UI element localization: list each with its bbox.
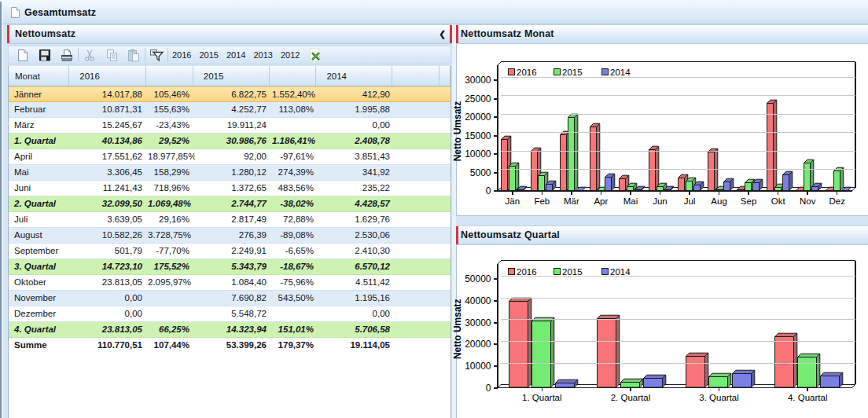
category-label: Sep	[741, 196, 756, 206]
column-header-2016[interactable]: 2016	[69, 66, 146, 86]
save-icon	[39, 49, 51, 62]
bar-2016-1. Quartal	[509, 302, 528, 388]
table-row-Februar[interactable]: Februar10.871,31155,63%4.252,77113,08%1.…	[9, 102, 451, 118]
table-row-Summe[interactable]: Summe110.770,51107,44%53.399,26179,37%19…	[9, 338, 451, 354]
column-header-col4[interactable]	[270, 66, 317, 86]
excel-export-icon	[308, 48, 322, 62]
bar-2015-Mär	[568, 118, 575, 191]
bar-2015-Dez	[834, 171, 840, 191]
value-cell: 40.134,86	[70, 134, 148, 148]
print-icon	[60, 49, 74, 62]
value-cell: 3.728,75%	[148, 228, 195, 243]
bar-2015-Mai	[627, 187, 634, 191]
quartal-chart-body: 010000200003000040000500001. Quartal2. Q…	[456, 245, 868, 418]
copy-button[interactable]	[101, 47, 123, 63]
save-button[interactable]	[34, 47, 56, 63]
month-cell: Jänner	[9, 87, 70, 101]
bar-2015-2. Quartal	[621, 379, 643, 382]
table-row-Dezember[interactable]: Dezember0,005.548,720,00	[9, 306, 451, 322]
bar-2016-Okt	[774, 100, 777, 190]
value-cell: 1.084,40	[195, 275, 272, 290]
print-button[interactable]	[56, 47, 78, 63]
quartal-panel-title: Nettoumsatz Quartal	[461, 229, 560, 240]
value-cell: 29,16%	[148, 212, 195, 227]
tab-gesamtumsatz[interactable]: Gesamtumsatz	[10, 3, 96, 22]
bar-2015-Mär	[575, 114, 578, 190]
bar-2015-Nov	[804, 163, 811, 191]
column-header-2015[interactable]: 2015	[193, 66, 270, 86]
bar-2016-1. Quartal	[509, 298, 531, 301]
legend-label: 2015	[562, 267, 583, 277]
month-cell: August	[9, 228, 70, 243]
value-cell: 110.770,51	[70, 338, 148, 354]
table-row-April[interactable]: April17.551,6218.977,85%92,00-97,61%3.85…	[9, 149, 451, 165]
bar-2016-Sep	[737, 190, 744, 191]
frame-corner	[498, 62, 501, 65]
monat-panel-title: Nettoumsatz Monat	[461, 28, 554, 39]
value-cell: 105,46%	[148, 87, 195, 101]
table-row-März[interactable]: März15.245,67-23,43%19.911,240,00	[9, 118, 451, 134]
table-row-Mai[interactable]: Mai3.306,45158,29%1.280,12274,39%341,92	[9, 165, 451, 181]
value-cell: 1.995,88	[319, 102, 395, 117]
red-stripe	[7, 25, 9, 43]
bar-2014-Nov	[812, 187, 818, 191]
table-row-November[interactable]: November0,007.690,82543,50%1.195,16	[9, 291, 451, 306]
column-header-col7[interactable]	[440, 66, 451, 86]
value-cell	[395, 275, 443, 290]
icon-shape	[12, 8, 20, 18]
paste-button[interactable]	[123, 47, 145, 63]
table-row-Juni[interactable]: Juni11.241,43718,96%1.372,65483,56%235,2…	[9, 181, 451, 196]
bar-2016-1. Quartal	[528, 298, 531, 387]
year-button-2012[interactable]: 2012	[277, 49, 303, 61]
bar-2016-4. Quartal	[775, 333, 797, 336]
value-cell: 29,52%	[148, 134, 195, 148]
column-header-col6[interactable]	[392, 66, 440, 86]
cut-button[interactable]	[79, 47, 101, 63]
year-button-2016[interactable]: 2016	[168, 49, 195, 61]
value-cell: 158,29%	[148, 165, 195, 180]
table-row-4. Quartal[interactable]: 4. Quartal23.813,0566,25%14.323,94151,01…	[9, 322, 451, 338]
y-axis-title: Netto Umsatz	[452, 101, 463, 162]
left-panel-header: Nettoumsatz ❮	[7, 24, 452, 44]
bar-2015-Jul	[686, 182, 693, 191]
value-cell: 6.822,75	[195, 87, 272, 101]
category-label: 1. Quartal	[522, 393, 562, 402]
value-cell: 1.186,41%	[272, 134, 319, 148]
y-tick-label: 30000	[465, 317, 491, 328]
category-label: 4. Quartal	[788, 393, 828, 402]
column-header-Monat[interactable]: Monat	[9, 66, 69, 86]
table-row-1. Quartal[interactable]: 1. Quartal40.134,8629,52%30.986,761.186,…	[9, 134, 451, 149]
category-label: Feb	[534, 196, 550, 206]
column-header-2014[interactable]: 2014	[316, 66, 392, 86]
excel-export-button[interactable]	[307, 48, 322, 62]
column-header-col2[interactable]	[146, 66, 193, 86]
year-button-2015[interactable]: 2015	[195, 49, 222, 61]
year-button-2014[interactable]: 2014	[223, 49, 249, 61]
value-cell: 10.582,26	[70, 228, 148, 243]
table-row-August[interactable]: August10.582,263.728,75%276,39-89,08%2.5…	[9, 228, 451, 244]
month-cell: 4. Quartal	[9, 322, 70, 337]
table-row-Oktober[interactable]: Oktober23.813,052.095,97%1.084,40-75,96%…	[9, 275, 451, 291]
table-row-3. Quartal[interactable]: 3. Quartal14.723,10175,52%5.343,79-18,67…	[9, 259, 451, 275]
icon-shape	[42, 59, 46, 60]
year-button-2013[interactable]: 2013	[249, 49, 276, 61]
table-row-2. Quartal[interactable]: 2. Quartal32.099,501.069,48%2.744,77-38,…	[9, 196, 451, 212]
table-row-Juli[interactable]: Juli3.639,0529,16%2.817,4972,88%1.629,76	[9, 212, 451, 228]
y-tick-label: 20000	[465, 339, 491, 350]
table-row-September[interactable]: September501,79-77,70%2.249,91-6,65%2.41…	[9, 244, 451, 259]
new-document-button[interactable]	[12, 47, 34, 63]
filter-button[interactable]	[145, 47, 167, 63]
collapse-left-icon[interactable]: ❮	[439, 29, 446, 38]
y-tick-label: 0	[486, 185, 491, 196]
value-cell: 155,63%	[148, 102, 195, 117]
value-cell: 276,39	[195, 228, 272, 243]
value-cell: 3.851,43	[319, 149, 395, 164]
category-label: 2. Quartal	[611, 393, 651, 402]
value-cell	[395, 212, 443, 227]
table-row-Jänner[interactable]: Jänner14.017,88105,46%6.822,751.552,40%4…	[9, 86, 451, 102]
value-cell: 151,01%	[272, 322, 319, 337]
y-tick-label: 5000	[470, 167, 491, 178]
legend-swatch-2015	[554, 69, 561, 75]
bar-2015-Feb	[539, 176, 545, 191]
bar-2016-Jul	[679, 178, 685, 191]
